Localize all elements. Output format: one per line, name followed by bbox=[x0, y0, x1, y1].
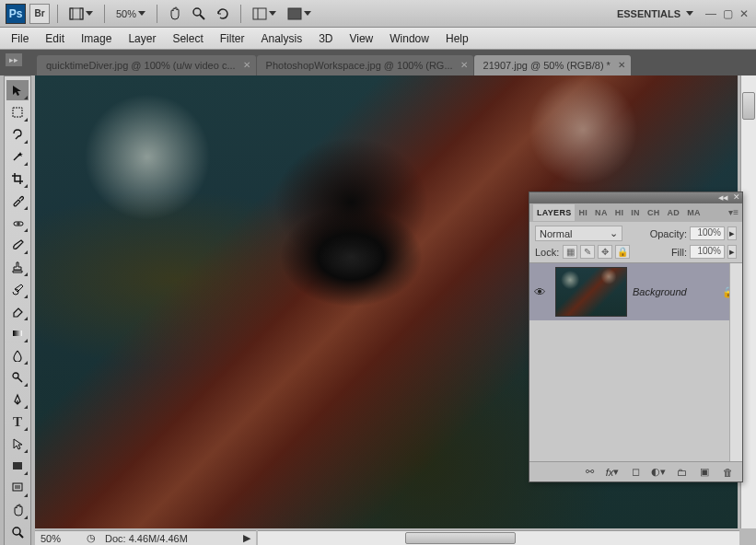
panel-titlebar[interactable]: ◀◀ ✕ bbox=[529, 192, 742, 203]
collapse-icon[interactable]: ◀◀ bbox=[718, 194, 727, 202]
wand-tool[interactable] bbox=[6, 146, 29, 167]
gradient-tool[interactable] bbox=[6, 323, 29, 343]
panel-tab[interactable]: HI bbox=[611, 204, 628, 221]
close-icon[interactable]: ✕ bbox=[243, 60, 250, 70]
tab-label: PhotoshopWorkspace.jpg @ 100% (RG... bbox=[266, 60, 453, 71]
rotate-view-button[interactable] bbox=[213, 4, 233, 24]
dodge-tool[interactable] bbox=[6, 367, 29, 388]
crop-tool[interactable] bbox=[6, 168, 29, 189]
stamp-tool[interactable] bbox=[6, 257, 29, 277]
lock-all-button[interactable]: 🔒 bbox=[615, 245, 630, 259]
panel-options: Normal ⌄ Opacity: 100% ▸ Lock: ▦ ✎ ✥ 🔒 bbox=[529, 222, 742, 263]
rectangle-tool[interactable] bbox=[6, 456, 29, 476]
visibility-toggle[interactable]: 👁 bbox=[529, 285, 550, 299]
layer-row[interactable]: 👁 Background 🔒 bbox=[529, 263, 742, 320]
minimize-button[interactable]: — bbox=[704, 7, 717, 20]
link-layers-button[interactable]: ⚯ bbox=[582, 465, 597, 480]
layer-list: 👁 Background 🔒 bbox=[529, 263, 742, 461]
chevron-right-icon[interactable]: ▸ bbox=[727, 245, 737, 259]
bridge-icon[interactable]: Br bbox=[29, 4, 50, 24]
panel-tab-layers[interactable]: LAYERS bbox=[533, 204, 575, 221]
toggle-tabs-button[interactable]: ▸▸ bbox=[6, 53, 22, 66]
panel-tab[interactable]: CH bbox=[644, 204, 664, 221]
history-brush-tool[interactable] bbox=[6, 279, 29, 299]
menu-select[interactable]: Select bbox=[172, 32, 203, 45]
menu-window[interactable]: Window bbox=[390, 32, 429, 45]
panel-tab[interactable]: MA bbox=[683, 204, 704, 221]
document-tab[interactable]: quicktimeDiver.jpg @ 100% (u/w video c..… bbox=[37, 55, 256, 75]
heal-tool[interactable] bbox=[6, 213, 29, 233]
lock-pixels-button[interactable]: ✎ bbox=[580, 245, 595, 259]
layer-thumbnail[interactable] bbox=[555, 267, 627, 317]
eyedropper-tool[interactable] bbox=[6, 191, 29, 211]
type-tool[interactable]: T bbox=[6, 412, 29, 432]
lock-transparency-button[interactable]: ▦ bbox=[563, 245, 577, 259]
layer-name[interactable]: Background bbox=[633, 286, 687, 297]
screen-mode-dropdown[interactable] bbox=[284, 7, 315, 20]
menu-file[interactable]: File bbox=[11, 32, 29, 45]
lasso-tool[interactable] bbox=[6, 124, 29, 145]
chevron-right-icon[interactable]: ▶ bbox=[243, 532, 250, 544]
panel-tab[interactable]: HI bbox=[575, 204, 591, 221]
chevron-right-icon[interactable]: ▸ bbox=[727, 226, 737, 240]
close-icon[interactable]: ✕ bbox=[618, 60, 625, 70]
document-tab[interactable]: 21907.jpg @ 50% (RGB/8) * ✕ bbox=[474, 55, 631, 75]
screen-mode-icon bbox=[287, 7, 302, 20]
scroll-thumb[interactable] bbox=[742, 92, 755, 120]
menu-view[interactable]: View bbox=[349, 32, 373, 45]
doc-info-icon[interactable]: ◷ bbox=[87, 532, 96, 544]
eraser-tool[interactable] bbox=[6, 301, 29, 321]
layer-style-button[interactable]: fx▾ bbox=[605, 465, 620, 480]
menu-help[interactable]: Help bbox=[446, 32, 469, 45]
svg-rect-1 bbox=[70, 8, 73, 19]
menu-filter[interactable]: Filter bbox=[220, 32, 245, 45]
new-layer-button[interactable]: ▣ bbox=[697, 465, 712, 480]
panel-tab[interactable]: AD bbox=[664, 204, 684, 221]
marquee-tool[interactable] bbox=[6, 102, 29, 122]
horizontal-scrollbar[interactable] bbox=[258, 530, 739, 545]
delete-layer-button[interactable]: 🗑 bbox=[720, 465, 735, 480]
layer-list-scrollbar[interactable] bbox=[729, 263, 742, 461]
blur-tool[interactable] bbox=[6, 345, 29, 365]
photoshop-icon[interactable]: Ps bbox=[6, 4, 26, 24]
menu-analysis[interactable]: Analysis bbox=[261, 32, 302, 45]
document-tab[interactable]: PhotoshopWorkspace.jpg @ 100% (RG... ✕ bbox=[257, 55, 473, 75]
lock-position-button[interactable]: ✥ bbox=[598, 245, 612, 259]
panel-footer: ⚯ fx▾ ◻ ◐▾ 🗀 ▣ 🗑 bbox=[529, 461, 742, 481]
separator bbox=[157, 5, 157, 23]
status-zoom[interactable]: 50% bbox=[41, 533, 77, 544]
new-group-button[interactable]: 🗀 bbox=[674, 465, 689, 480]
layer-mask-button[interactable]: ◻ bbox=[628, 465, 643, 480]
zoom-tool[interactable] bbox=[6, 522, 29, 542]
panel-tab[interactable]: NA bbox=[591, 204, 611, 221]
menu-3d[interactable]: 3D bbox=[319, 32, 332, 45]
menu-layer[interactable]: Layer bbox=[128, 32, 156, 45]
move-tool[interactable] bbox=[6, 80, 29, 100]
menu-edit[interactable]: Edit bbox=[45, 32, 64, 45]
notes-tool[interactable] bbox=[6, 478, 29, 498]
maximize-button[interactable]: ▢ bbox=[721, 7, 734, 20]
zoom-tool-button[interactable] bbox=[189, 4, 209, 24]
panel-menu-icon[interactable]: ▾≡ bbox=[728, 207, 739, 217]
close-icon[interactable]: ✕ bbox=[733, 192, 740, 202]
arrange-documents-dropdown[interactable] bbox=[249, 7, 280, 20]
zoom-dropdown[interactable]: 50% bbox=[112, 8, 149, 19]
fill-input[interactable]: 100% bbox=[690, 245, 725, 259]
view-extras-dropdown[interactable] bbox=[65, 7, 97, 20]
pen-tool[interactable] bbox=[6, 389, 29, 410]
hand-tool-button[interactable] bbox=[165, 4, 185, 24]
status-doc-size: Doc: 4.46M/4.46M bbox=[105, 533, 188, 544]
menu-image[interactable]: Image bbox=[81, 32, 111, 45]
adjustment-layer-button[interactable]: ◐▾ bbox=[651, 465, 666, 480]
scroll-thumb[interactable] bbox=[405, 532, 516, 544]
brush-tool[interactable] bbox=[6, 235, 29, 255]
path-select-tool[interactable] bbox=[6, 434, 29, 454]
close-button[interactable]: ✕ bbox=[738, 7, 750, 20]
blend-mode-select[interactable]: Normal ⌄ bbox=[535, 226, 622, 241]
workspace-switcher[interactable]: ESSENTIALS bbox=[610, 8, 701, 19]
close-icon[interactable]: ✕ bbox=[460, 60, 468, 70]
panel-tab[interactable]: IN bbox=[627, 204, 644, 221]
opacity-input[interactable]: 100% bbox=[690, 226, 725, 240]
workspace-label: ESSENTIALS bbox=[617, 8, 680, 19]
hand-tool[interactable] bbox=[6, 500, 29, 520]
